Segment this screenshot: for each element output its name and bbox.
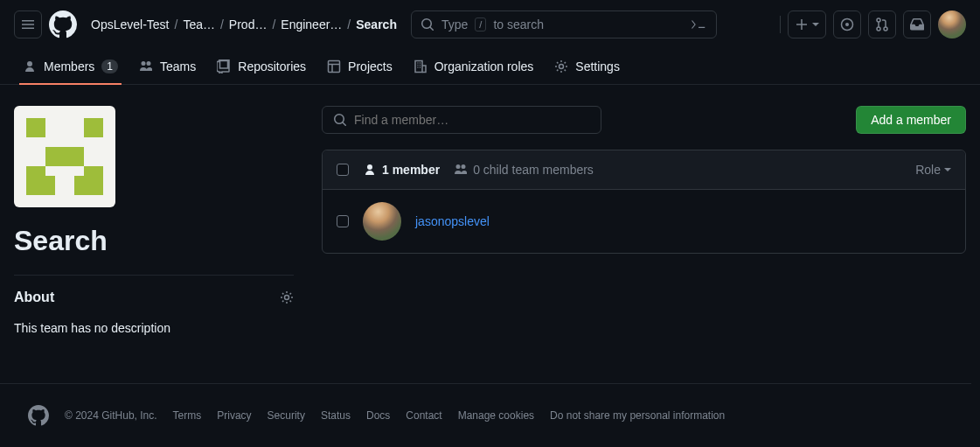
subnav-label: Members — [44, 59, 94, 73]
svg-point-4 — [884, 27, 887, 31]
select-all-checkbox[interactable] — [337, 164, 349, 176]
about-section: About — [14, 290, 294, 305]
triangle-down-icon — [812, 21, 819, 28]
github-mark-icon — [28, 405, 49, 426]
subnav-label: Projects — [348, 59, 393, 73]
content-header: Add a member — [322, 106, 966, 134]
find-member-input[interactable] — [354, 113, 590, 127]
subnav-badge: 1 — [101, 59, 118, 73]
member-avatar[interactable] — [363, 202, 401, 241]
divider — [14, 275, 294, 276]
footer-link-terms[interactable]: Terms — [173, 409, 202, 422]
app-header: OpsLevel-Test / Tea… / Prod… / Engineer…… — [0, 0, 980, 49]
svg-point-1 — [845, 23, 849, 26]
about-heading: About — [14, 290, 54, 305]
member-count-label: 1 member — [363, 163, 440, 177]
gear-icon — [280, 290, 294, 304]
pull-requests-button[interactable] — [868, 10, 896, 38]
role-filter-dropdown[interactable]: Role — [915, 163, 951, 177]
triangle-down-icon — [944, 166, 951, 173]
subnav-label: Repositories — [238, 59, 306, 73]
issue-opened-icon — [840, 17, 854, 31]
svg-point-3 — [877, 27, 880, 31]
global-search[interactable]: Type / to search — [411, 10, 717, 38]
three-bars-icon — [21, 17, 35, 31]
project-icon — [327, 59, 341, 73]
user-avatar-button[interactable] — [938, 10, 966, 38]
table-header: 1 member 0 child team members Role — [323, 150, 965, 190]
create-new-button[interactable] — [788, 10, 826, 38]
subnav-repositories[interactable]: Repositories — [208, 49, 315, 84]
member-count-text: 1 member — [382, 163, 440, 177]
subnav-label: Teams — [160, 59, 196, 73]
edit-team-button[interactable] — [280, 290, 294, 304]
table-row: jasonopslevel — [323, 190, 965, 253]
subnav-label: Organization roles — [434, 59, 534, 73]
find-member-input-wrapper[interactable] — [322, 106, 601, 134]
footer-link-privacy-choice[interactable]: Do not share my personal information — [550, 409, 725, 422]
people-icon — [454, 163, 468, 177]
team-subnav: Members 1 Teams Repositories Projects Or… — [0, 49, 980, 85]
search-prefix-text: Type — [441, 17, 468, 31]
breadcrumb-item[interactable]: Tea… — [183, 17, 215, 31]
add-member-button[interactable]: Add a member — [856, 106, 966, 134]
team-sidebar: Search About This team has no descriptio… — [14, 106, 294, 335]
subnav-members[interactable]: Members 1 — [14, 49, 127, 84]
svg-rect-6 — [415, 61, 422, 73]
footer-link-status[interactable]: Status — [321, 409, 351, 422]
search-suffix-text: to search — [493, 17, 544, 31]
main-content: Search About This team has no descriptio… — [0, 85, 980, 356]
subnav-org-roles[interactable]: Organization roles — [405, 49, 543, 84]
repo-icon — [217, 59, 231, 73]
team-avatar — [14, 106, 115, 207]
svg-point-7 — [560, 65, 564, 69]
footer-link-security[interactable]: Security — [268, 409, 305, 422]
search-icon — [420, 17, 434, 31]
footer-link-cookies[interactable]: Manage cookies — [458, 409, 534, 422]
divider — [780, 16, 781, 33]
members-table: 1 member 0 child team members Role jason… — [322, 150, 966, 254]
subnav-projects[interactable]: Projects — [318, 49, 401, 84]
child-team-label: 0 child team members — [454, 163, 594, 177]
person-icon — [23, 59, 37, 73]
breadcrumb: OpsLevel-Test / Tea… / Prod… / Engineer…… — [91, 17, 397, 31]
breadcrumb-current: Search — [356, 17, 397, 31]
footer-link-privacy[interactable]: Privacy — [217, 409, 251, 422]
subnav-label: Settings — [575, 59, 620, 73]
team-name-heading: Search — [14, 225, 294, 257]
organization-icon — [414, 59, 427, 73]
svg-point-8 — [285, 296, 289, 300]
breadcrumb-separator: / — [174, 17, 177, 31]
footer-link-contact[interactable]: Contact — [406, 409, 441, 422]
breadcrumb-item[interactable]: OpsLevel-Test — [91, 17, 169, 31]
git-pull-request-icon — [875, 17, 889, 31]
command-palette-icon — [690, 17, 707, 31]
search-kbd-hint: / — [475, 17, 486, 31]
role-label: Role — [915, 163, 941, 177]
inbox-icon — [910, 17, 924, 31]
footer-link-docs[interactable]: Docs — [366, 409, 390, 422]
breadcrumb-separator: / — [220, 17, 224, 31]
subnav-teams[interactable]: Teams — [130, 49, 205, 84]
issues-button[interactable] — [833, 10, 861, 38]
subnav-settings[interactable]: Settings — [546, 49, 629, 84]
breadcrumb-separator: / — [347, 17, 351, 31]
row-checkbox[interactable] — [337, 215, 349, 227]
footer-copyright: © 2024 GitHub, Inc. — [65, 409, 157, 422]
breadcrumb-item[interactable]: Prod… — [229, 17, 268, 31]
footer: © 2024 GitHub, Inc. Terms Privacy Securi… — [0, 383, 971, 447]
breadcrumb-item[interactable]: Engineer… — [281, 17, 342, 31]
member-username-link[interactable]: jasonopslevel — [415, 214, 490, 228]
gear-icon — [554, 59, 568, 73]
people-icon — [139, 59, 153, 73]
breadcrumb-separator: / — [272, 17, 275, 31]
person-icon — [363, 163, 377, 177]
svg-rect-5 — [329, 61, 340, 73]
plus-icon — [795, 17, 809, 31]
about-description: This team has no description — [14, 321, 294, 335]
github-logo[interactable] — [49, 10, 77, 38]
search-icon — [333, 113, 347, 127]
hamburger-menu-button[interactable] — [14, 10, 42, 38]
notifications-button[interactable] — [903, 10, 931, 38]
members-content: Add a member 1 member 0 child team membe… — [322, 106, 966, 335]
